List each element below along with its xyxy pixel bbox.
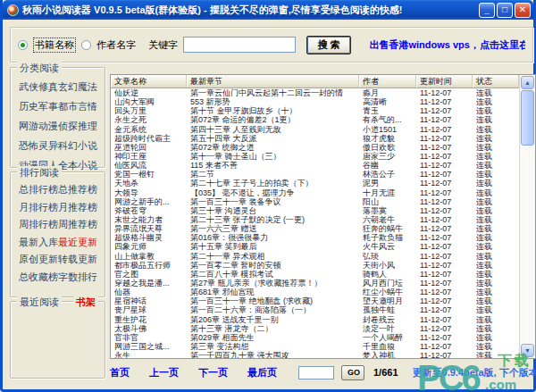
table-cell: 重生护花	[111, 315, 187, 324]
scroll-down-icon[interactable]: ▼	[521, 344, 534, 357]
prev-page-link[interactable]: 上一页	[149, 366, 179, 379]
close-button[interactable]: ✕	[515, 3, 531, 18]
category-link[interactable]: 都市言情	[58, 96, 97, 116]
table-row[interactable]: 超级格斗幽灵第016章：很强很暴力耗子欺负猫11-12-07连载	[111, 233, 520, 242]
next-page-link[interactable]: 下一页	[198, 366, 228, 379]
category-link[interactable]: 恐怖灵异	[19, 136, 58, 155]
table-row[interactable]: 网游三国之城...第三章 变法构想千里血狼11-12-07连载	[111, 342, 520, 351]
update-notice: 更新至0.9.4beta版, 下个版本加入小说下载	[413, 366, 536, 379]
table-cell: 网游三国之城...	[111, 342, 187, 351]
table-row[interactable]: 仙器第681章 邪仙宫现红尘小蜗牛11-12-07连载	[111, 288, 520, 296]
category-link[interactable]: 历史军事	[19, 96, 58, 116]
rank-link[interactable]: 最新入库	[19, 234, 58, 252]
rank-link[interactable]: 月推荐榜	[58, 199, 97, 217]
table-cell: 连载	[473, 261, 519, 270]
category-link[interactable]: 网游动漫	[19, 116, 58, 136]
table-cell: 连载	[473, 188, 519, 197]
rank-link[interactable]: 最近更新	[58, 234, 97, 252]
table-cell: 第一百二十六章：商洛陷落（一）	[187, 305, 359, 314]
table-cell: 超级跨时代霸主	[111, 134, 187, 143]
table-row[interactable]: 重生护花第206章 送战友千里一别封卷残云11-12-07连载	[111, 315, 520, 324]
table-cell: 梦入神机	[359, 351, 416, 358]
search-button[interactable]: 搜 索	[306, 36, 351, 54]
page-number-input[interactable]	[298, 366, 334, 379]
maximize-button[interactable]: □	[497, 3, 513, 18]
table-cell: 连载	[473, 242, 519, 251]
column-header[interactable]: 最新章节	[187, 75, 359, 88]
table-row[interactable]: 回头万里第十节 金甲牙旗归故乡（十）青玉11-12-07连载	[111, 106, 520, 115]
category-link[interactable]: 武侠修真	[19, 77, 58, 96]
table-row[interactable]: 网游之新手的...第一百三十一章 装备争议阳山11-12-07连载	[111, 197, 520, 206]
table-row[interactable]: 丧尸星球第一百二十六章：商洛陷落（一）孤独牛蛙11-12-07连载	[111, 305, 520, 314]
rank-link[interactable]: 总收藏榜	[19, 269, 58, 287]
table-row[interactable]: 神印王座第十一章 骑士圣山（三）唐家三少11-12-07连载	[111, 152, 520, 161]
first-page-link[interactable]: 首页	[110, 366, 130, 379]
column-header[interactable]: 更新时间	[416, 75, 473, 88]
table-cell: 淡定一叶	[359, 324, 416, 333]
go-button[interactable]: GO	[341, 365, 364, 380]
table-row[interactable]: 大领导【035】 毫不退让，据理力争十月无涯11-12-07连载	[111, 188, 520, 197]
table-row[interactable]: 山上做掌教第二十一章 异术观相弘琰11-12-07连载	[111, 252, 520, 261]
vertical-scrollbar[interactable]: ▲ ▼	[519, 75, 535, 358]
table-row[interactable]: 超级跨时代霸主第五十四章 大反派狼才虎貌11-12-07连载	[111, 134, 520, 143]
column-header[interactable]: 文章名称	[111, 75, 187, 88]
column-header[interactable]: 状态	[473, 75, 519, 88]
table-row[interactable]: 永生之死第072章 命运的偏差2（1更）有杀气的...11-12-07连载	[111, 115, 520, 124]
table-cell: 连载	[473, 134, 519, 143]
rank-link[interactable]: 总推荐榜	[58, 181, 97, 199]
category-link[interactable]: 玄幻魔法	[58, 77, 97, 96]
titlebar: 秋雨小说阅读器 V0.9.5 beta版(群体验版) - 摆脱关不尽的弹窗,尽情…	[3, 0, 533, 20]
table-row[interactable]: 仙医风流115 来者不善谷幽11-12-07连载	[111, 161, 520, 170]
rank-link[interactable]: 月排行榜	[19, 199, 58, 217]
rank-link[interactable]: 周排行榜	[19, 216, 58, 234]
rank-groupbox: 排行阅读 总排行榜总推荐榜月排行榜月推荐榜周排行榜周推荐榜最新入库最近更新原创更…	[10, 171, 105, 297]
table-row[interactable]: 官非官第029章 相面先生一个人喝醉11-12-07连载	[111, 333, 520, 342]
table-row[interactable]: 末世之能力者第二十三章 张子默的决定 (一更)六朝老牛11-12-07连载	[111, 215, 520, 224]
rank-link[interactable]: 总排行榜	[19, 181, 58, 199]
minimize-button[interactable]: _	[479, 3, 495, 18]
rank-link[interactable]: 字数排行	[58, 269, 97, 287]
book-name-radio-label[interactable]: 书籍名称	[33, 38, 76, 53]
scroll-up-icon[interactable]: ▲	[521, 76, 534, 89]
table-cell: 异界流氓天尊	[111, 224, 187, 233]
bookshelf-link[interactable]: 书架	[73, 296, 98, 309]
table-cell: 11-12-07	[416, 125, 473, 134]
table-cell: 连载	[473, 125, 519, 134]
category-link[interactable]: 科幻小说	[58, 136, 97, 155]
table-row[interactable]: 斧破苍穹第三十章 沟通灵台落墨寞11-12-07连载	[111, 206, 520, 215]
rank-link[interactable]: 转载更新	[58, 251, 97, 269]
table-cell: 一个人喝醉	[359, 333, 416, 342]
table-row[interactable]: 党国一根钉第二节林浩公子11-12-07连载	[111, 170, 520, 179]
table-row[interactable]: 仙妖逆第一章云仙门中风云起第十二回云一封的情淼月11-12-07连载	[111, 88, 520, 97]
table-row[interactable]: 永生第一千四百九十章 强大围攻梦入神机11-12-07连载	[111, 351, 520, 358]
author-name-radio[interactable]	[81, 40, 91, 50]
vps-promo-link[interactable]: 出售香港windows vps，点击这里在线QQ交谈！	[369, 38, 525, 52]
table-row[interactable]: 异界流氓天尊第一六六三章 赠送狂奔的蜗牛11-12-07连载	[111, 224, 520, 233]
author-name-radio-label[interactable]: 作者名字	[96, 38, 136, 52]
table-row[interactable]: 都市极品五行师第一百零二章 暂时的安顿天街小风11-12-07连载	[111, 261, 520, 270]
column-header[interactable]: 作者	[359, 75, 416, 88]
last-page-link[interactable]: 最后页	[247, 366, 277, 379]
category-link[interactable]: 侦探推理	[58, 116, 97, 136]
table-row[interactable]: 山沟大军阀553 新形势高清晰11-12-07连载	[111, 97, 520, 106]
table-cell: 党国一根钉	[111, 170, 187, 179]
table-row[interactable]: 巫道轮回第072章 统御之道傲日欢歌11-12-07连载	[111, 143, 520, 152]
table-row[interactable]: 金元系统第四十三章 人至贱则无敌小道150111-12-07连载	[111, 125, 520, 134]
rank-link[interactable]: 原创更新	[19, 251, 58, 269]
book-name-radio[interactable]	[18, 40, 28, 50]
table-cell: 第二十七章 王子号上的拍卖（下）	[187, 179, 359, 188]
keyword-input[interactable]	[183, 37, 296, 53]
table-row[interactable]: 官之图第二百八十章 模拟考试骑鹤人11-12-07连载	[111, 270, 520, 279]
table-row[interactable]: 四象元师第十五章 笑到最后火牛风云11-12-07连载	[111, 242, 520, 251]
table-row[interactable]: 天地杀第二十七章 王子号上的拍卖（下）泥男11-12-07连载	[111, 179, 520, 188]
table-row[interactable]: 太极斗佛第十三章 潜龙寺（二）淡定一叶11-12-07连载	[111, 324, 520, 333]
scroll-thumb[interactable]	[521, 90, 534, 146]
table-cell: 第二百八十章 模拟考试	[187, 270, 359, 279]
table-row[interactable]: 穿越之我是潘...第27章 瓶儿亲亲（求收藏推荐票！）风月西门坛11-12-07…	[111, 279, 520, 288]
table-row[interactable]: 星宿神话第一百三十一章 绝地翻盘 (求收藏)望天邀明月11-12-07连载	[111, 296, 520, 305]
rank-link[interactable]: 周推荐榜	[58, 216, 97, 234]
table-cell: 11-12-07	[416, 215, 473, 224]
table-cell: 封卷残云	[359, 315, 416, 324]
category-groupbox: 分类阅读 武侠修真玄幻魔法历史军事都市言情网游动漫侦探推理恐怖灵异科幻小说动漫同…	[10, 67, 105, 168]
table-cell: 红尘小蜗牛	[359, 288, 416, 296]
